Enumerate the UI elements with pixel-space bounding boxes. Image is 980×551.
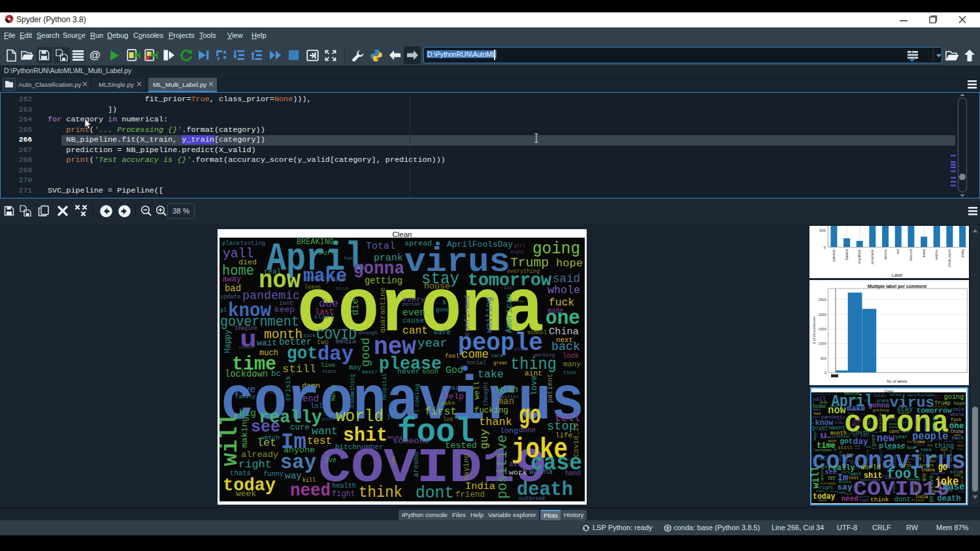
svg-text:die: die [867,418,872,425]
svg-text:start: start [851,424,860,428]
svg-text:# of Occurrences: # of Occurrences [812,316,816,343]
svg-text:hospital: hospital [880,450,883,461]
svg-text:quarantine: quarantine [879,413,883,432]
svg-text:world: world [336,407,384,426]
svg-text:coming: coming [894,454,896,464]
svg-text:safe: safe [433,328,451,336]
svg-text:thought: thought [483,381,489,406]
svg-text:Happy: Happy [223,330,233,353]
svg-text:Total: Total [366,241,395,252]
svg-text:back: back [551,340,580,353]
svg-text:u: u [240,327,257,354]
svg-text:Total: Total [874,394,886,398]
svg-text:social: social [466,360,486,366]
svg-text:man: man [498,396,514,407]
svg-text:job: job [387,413,398,420]
svg-text:outbreak: outbreak [519,496,546,501]
svg-text:dont: dont [416,484,454,501]
svg-text:American: American [505,294,514,333]
svg-text:0: 0 [823,245,826,249]
svg-text:house: house [898,411,909,415]
svg-text:never: never [397,367,420,376]
svg-text:guy: guy [478,429,491,449]
svg-text:need: need [841,494,858,503]
svg-text:soon: soon [422,368,438,375]
svg-text:positive: positive [928,475,935,502]
svg-text:good: good [359,338,373,367]
svg-text:world: world [861,464,881,471]
svg-text:feel: feel [445,353,459,360]
svg-text:fight: fight [332,490,355,499]
svg-text:China: China [549,326,579,338]
svg-text:cant: cant [889,429,900,434]
svg-text:March: March [331,385,336,401]
svg-text:friend: friend [911,499,924,503]
svg-text:sad: sad [896,249,900,255]
svg-text:love: love [529,375,539,396]
svg-text:long: long [930,472,938,475]
svg-text:week: week [236,489,256,499]
svg-text:think: think [870,496,889,503]
svg-text:someone: someone [393,436,430,446]
svg-text:friend: friend [455,490,485,499]
svg-text:social: social [916,444,924,447]
svg-text:feel: feel [907,441,913,444]
svg-text:Covid_19: Covid_19 [572,423,580,457]
svg-text:Ive: Ive [856,484,861,488]
svg-text:March: March [858,454,861,462]
svg-text:need: need [290,480,331,501]
svg-text:outbreak: outbreak [938,501,949,504]
svg-text:wanna: wanna [943,489,953,493]
svg-text:wanna: wanna [529,467,553,477]
svg-text:week: week [819,498,827,503]
svg-text:pl: pl [220,307,227,313]
svg-text:believe: believe [402,409,419,413]
svg-text:2000: 2000 [818,312,826,316]
svg-text:okay: okay [908,454,915,457]
svg-text:testing: testing [240,240,265,247]
svg-text:fucking: fucking [919,464,934,467]
svg-text:cant: cant [402,325,428,337]
svg-text:gone: gone [436,307,449,313]
svg-text:bad: bad [225,283,241,294]
svg-text:someone: someone [885,476,901,480]
svg-text:fucking: fucking [474,406,508,415]
svg-text:cause: cause [402,317,424,324]
svg-text:fight: fight [859,499,869,503]
svg-text:optimistic: optimistic [832,249,835,262]
svg-text:Covid_19: Covid_19 [960,471,964,485]
svg-text:500: 500 [821,356,826,360]
svg-text:work: work [934,490,942,493]
svg-text:great: great [928,444,934,447]
svg-text:pessimistic: pessimistic [870,249,874,264]
svg-text:USA: USA [884,484,887,488]
svg-text:No of labels: No of labels [887,379,907,383]
svg-text:hand: hand [565,470,581,477]
svg-text:way: way [285,471,302,481]
svg-text:making: making [240,417,250,448]
svg-text:person: person [889,419,897,422]
svg-text:0: 0 [825,370,826,374]
svg-text:health: health [859,495,870,498]
svg-text:house: house [424,281,450,291]
svg-text:tested: tested [907,478,921,482]
svg-text:great: great [493,360,508,366]
svg-text:believe: believe [889,464,896,466]
svg-text:money: money [514,347,528,352]
svg-text:never: never [887,447,896,450]
svg-text:okay: okay [448,385,463,392]
svg-text:1000: 1000 [818,341,826,345]
svg-text:find: find [957,448,962,450]
svg-text:summer: summer [238,345,255,350]
svg-text:away: away [222,275,241,284]
svg-text:said: said [553,272,580,285]
svg-text:2500: 2500 [818,297,826,301]
svg-text:surprise: surprise [935,249,938,260]
svg-text:whole: whole [951,412,964,417]
svg-text:girl: girl [936,394,941,397]
svg-text:money: money [936,439,942,441]
svg-text:girl: girl [514,243,525,248]
svg-text:done: done [938,472,945,475]
svg-text:back: back [952,436,964,441]
svg-text:year: year [896,434,909,440]
